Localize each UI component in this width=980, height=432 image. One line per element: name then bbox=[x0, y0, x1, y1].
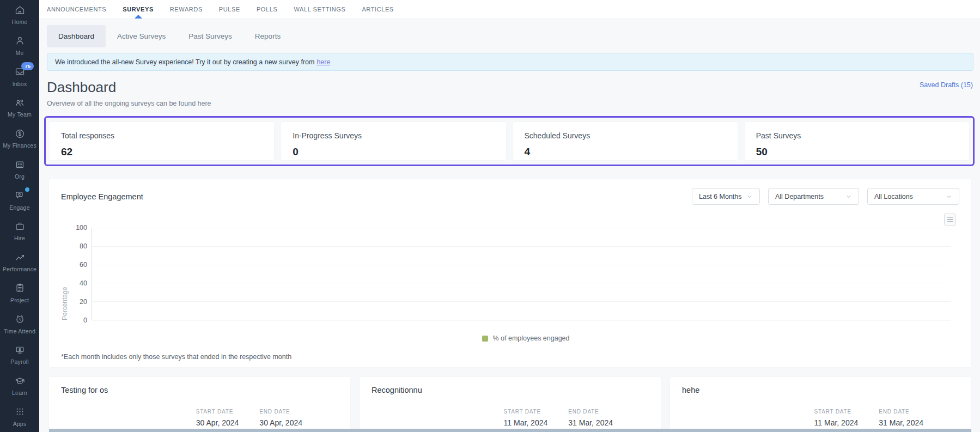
sidebar-item-home[interactable]: Home bbox=[0, 4, 39, 25]
sidebar-item-performance[interactable]: Performance bbox=[0, 251, 39, 272]
sidebar-item-inbox[interactable]: 75 Inbox bbox=[0, 66, 39, 87]
start-date-label: START DATE bbox=[196, 409, 239, 415]
time-range-value: Last 6 Months bbox=[699, 193, 742, 200]
nav-item-surveys[interactable]: SURVEYS bbox=[123, 1, 154, 17]
survey-card[interactable]: Testing for os START DATE 30 Apr, 2024 E… bbox=[49, 377, 350, 432]
stat-label: Total responses bbox=[61, 131, 263, 140]
inbox-icon: 75 bbox=[13, 66, 26, 78]
time-range-select[interactable]: Last 6 Months bbox=[692, 188, 760, 205]
sidebar-item-apps[interactable]: Apps bbox=[0, 406, 39, 427]
payroll-monitor-icon bbox=[13, 344, 26, 356]
sidebar-item-label: Org bbox=[15, 173, 25, 180]
department-select[interactable]: All Departments bbox=[768, 188, 859, 205]
chevron-down-icon bbox=[746, 193, 753, 200]
sidebar-item-me[interactable]: Me bbox=[0, 35, 39, 56]
tab-past-surveys[interactable]: Past Surveys bbox=[177, 25, 244, 47]
stat-card-total-responses[interactable]: Total responses 62 bbox=[50, 122, 274, 160]
sidebar-item-engage[interactable]: Engage bbox=[0, 190, 39, 211]
sidebar-item-hire[interactable]: Hire bbox=[0, 220, 39, 241]
chart-footnote: *Each month includes only those surveys … bbox=[61, 353, 959, 361]
survey-tabs: Dashboard Active Surveys Past Surveys Re… bbox=[47, 25, 980, 47]
y-tick: 20 bbox=[80, 298, 87, 306]
survey-card[interactable]: Recognitionnu START DATE 11 Mar, 2024 EN… bbox=[360, 377, 661, 432]
gridline bbox=[92, 246, 951, 247]
saved-drafts-link[interactable]: Saved Drafts (15) bbox=[920, 81, 973, 89]
team-icon bbox=[13, 96, 26, 108]
chart-plot-region: Percentage 100 80 60 40 20 0 bbox=[61, 228, 959, 320]
chat-bubbles-icon bbox=[13, 190, 26, 202]
start-date-label: START DATE bbox=[504, 409, 548, 415]
sidebar-item-label: Engage bbox=[9, 204, 29, 211]
stat-card-scheduled-surveys[interactable]: Scheduled Surveys 4 bbox=[513, 122, 738, 160]
stat-label: Past Surveys bbox=[756, 131, 958, 140]
y-axis-ticks: 100 80 60 40 20 0 bbox=[69, 228, 92, 320]
nav-item-rewards[interactable]: REWARDS bbox=[170, 1, 203, 17]
nav-item-polls[interactable]: POLLS bbox=[257, 1, 277, 17]
sidebar-item-org[interactable]: Org bbox=[0, 159, 39, 180]
tab-active-surveys[interactable]: Active Surveys bbox=[106, 25, 177, 47]
nav-item-articles[interactable]: ARTICLES bbox=[362, 1, 393, 17]
sidebar-item-label: My Finances bbox=[3, 142, 36, 149]
graduation-cap-icon bbox=[13, 375, 26, 387]
sidebar-item-label: Me bbox=[16, 50, 24, 56]
new-survey-banner: We introduced the all-new Survey experie… bbox=[47, 53, 973, 71]
department-value: All Departments bbox=[775, 193, 824, 200]
main-content: ANNOUNCEMENTS SURVEYS REWARDS PULSE POLL… bbox=[39, 0, 980, 432]
sidebar-item-my-finances[interactable]: My Finances bbox=[0, 127, 39, 149]
stat-card-in-progress-surveys[interactable]: In-Progress Surveys 0 bbox=[281, 122, 506, 160]
sidebar-item-label: Hire bbox=[14, 235, 25, 241]
bottom-scroll-strip bbox=[49, 429, 971, 432]
page-title: Dashboard bbox=[47, 79, 211, 96]
end-date-label: END DATE bbox=[879, 409, 923, 415]
banner-here-link[interactable]: here bbox=[316, 58, 330, 66]
tab-dashboard[interactable]: Dashboard bbox=[47, 25, 106, 47]
start-date-value: 11 Mar, 2024 bbox=[814, 418, 859, 427]
survey-card-dates: START DATE 30 Apr, 2024 END DATE 30 Apr,… bbox=[61, 409, 302, 427]
chart-context-menu-button[interactable] bbox=[944, 214, 956, 226]
tab-reports[interactable]: Reports bbox=[244, 25, 292, 47]
nav-item-announcements[interactable]: ANNOUNCEMENTS bbox=[47, 1, 106, 17]
start-date-value: 11 Mar, 2024 bbox=[504, 418, 548, 427]
sidebar-item-label: Inbox bbox=[13, 81, 27, 87]
sidebar-item-project[interactable]: Project bbox=[0, 282, 39, 303]
location-select[interactable]: All Locations bbox=[867, 188, 959, 205]
chevron-down-icon bbox=[946, 193, 952, 200]
y-axis-title: Percentage bbox=[61, 228, 69, 320]
y-tick: 0 bbox=[83, 317, 87, 324]
sidebar-item-label: Apps bbox=[13, 421, 27, 427]
survey-card-title: Testing for os bbox=[61, 386, 338, 394]
briefcase-icon bbox=[13, 220, 26, 232]
sidebar-item-learn[interactable]: Learn bbox=[0, 375, 39, 396]
clipboard-icon bbox=[13, 282, 26, 294]
sidebar-item-payroll[interactable]: Payroll bbox=[0, 344, 39, 365]
stat-value: 0 bbox=[293, 146, 494, 158]
end-date-value: 31 Mar, 2024 bbox=[568, 418, 613, 427]
stat-label: Scheduled Surveys bbox=[525, 131, 726, 140]
apps-grid-icon bbox=[13, 406, 26, 418]
inbox-count-badge: 75 bbox=[21, 62, 34, 71]
chart-legend[interactable]: % of employees engaged bbox=[93, 334, 959, 342]
y-tick: 100 bbox=[76, 224, 87, 232]
sidebar-item-label: My Team bbox=[8, 111, 32, 118]
survey-cards-row: Testing for os START DATE 30 Apr, 2024 E… bbox=[49, 377, 971, 432]
y-tick: 80 bbox=[80, 242, 87, 250]
survey-card-title: hehe bbox=[682, 386, 959, 394]
sidebar-item-label: Performance bbox=[3, 266, 36, 272]
location-value: All Locations bbox=[874, 193, 913, 200]
sidebar-item-my-team[interactable]: My Team bbox=[0, 96, 39, 118]
sidebar-item-time-attend[interactable]: Time Attend bbox=[0, 313, 39, 334]
banner-message: We introduced the all-new Survey experie… bbox=[55, 58, 314, 66]
end-date-label: END DATE bbox=[568, 409, 613, 415]
sidebar-item-label: Time Attend bbox=[4, 328, 35, 334]
dollar-circle-icon bbox=[13, 127, 26, 139]
stat-label: In-Progress Surveys bbox=[293, 131, 494, 140]
nav-item-label: SURVEYS bbox=[123, 6, 154, 13]
stat-card-past-surveys[interactable]: Past Surveys 50 bbox=[745, 122, 969, 160]
survey-card[interactable]: hehe START DATE 11 Mar, 2024 END DATE 31… bbox=[670, 377, 971, 432]
engagement-chart: Percentage 100 80 60 40 20 0 bbox=[61, 212, 959, 361]
nav-item-pulse[interactable]: PULSE bbox=[219, 1, 240, 17]
nav-item-wall-settings[interactable]: WALL SETTINGS bbox=[294, 1, 345, 17]
end-date-value: 30 Apr, 2024 bbox=[259, 418, 302, 427]
gridline bbox=[92, 228, 951, 228]
alarm-clock-icon bbox=[13, 313, 26, 325]
